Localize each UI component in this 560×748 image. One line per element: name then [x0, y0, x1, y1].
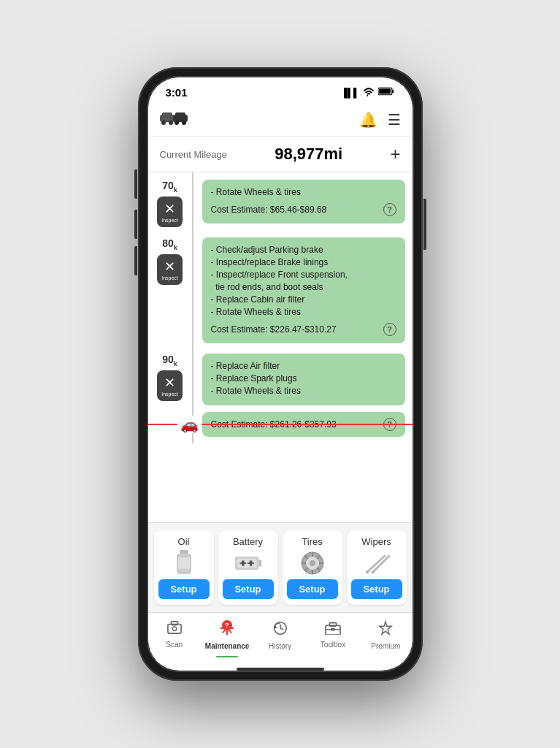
task-80k-2: - Inspect/replace Brake linings [211, 257, 396, 267]
svg-point-34 [366, 570, 369, 573]
info-button-80k[interactable]: ? [383, 323, 396, 336]
inspect-box-90k[interactable]: ✕ Inspect [157, 370, 183, 401]
info-button-70k[interactable]: ? [383, 203, 396, 216]
home-indicator [237, 668, 324, 671]
nav-item-maintenance[interactable]: ? Maintenance [201, 617, 253, 653]
inspect-label-90k: Inspect [161, 392, 178, 397]
task-90k-3: - Rotate Wheels & tires [211, 386, 396, 396]
phone-frame: 3:01 ▐▌▌ [138, 67, 423, 681]
svg-rect-46 [329, 623, 336, 627]
status-icons: ▐▌▌ [341, 87, 395, 99]
milestone-70k: 70k ✕ Inspect [148, 180, 192, 227]
history-label: History [269, 642, 291, 650]
task-90k-1: - Replace Air filter [211, 361, 396, 371]
tires-label: Tires [302, 536, 322, 547]
mileage-value: 98,977mi [275, 145, 342, 164]
inspect-label-70k: Inspect [161, 218, 178, 223]
wipers-icon [363, 550, 391, 576]
nav-item-scan[interactable]: Scan [148, 617, 201, 653]
timeline-item-80k: 80k ✕ Inspect - Check/adjust Parking bra… [148, 237, 413, 343]
quick-item-wipers: Wipers Setup [347, 530, 407, 605]
timeline-item-90k-wrapper: 90k ✕ Inspect - Replace Air filter - Rep… [148, 354, 413, 433]
milestone-label-80k: 80k [162, 237, 177, 251]
quick-items-bar: Oil Setup Battery [148, 522, 413, 612]
status-time: 3:01 [166, 86, 188, 99]
car-pair-icon [160, 109, 192, 130]
svg-rect-18 [239, 562, 246, 564]
red-line-right [202, 424, 413, 425]
svg-point-10 [182, 121, 186, 125]
svg-rect-1 [392, 90, 394, 94]
signal-icon: ▐▌▌ [341, 88, 360, 98]
nav-item-premium[interactable]: Premium [359, 617, 412, 653]
milestone-90k: 90k ✕ Inspect [148, 354, 192, 401]
wrench-icon-90k: ✕ [164, 375, 175, 391]
menu-icon[interactable]: ☰ [388, 111, 401, 129]
car-position-icon: 🚗 [177, 416, 202, 433]
cost-row-80k: Cost Estimate: $226.47-$310.27 ? [211, 323, 396, 336]
maintenance-badge: ? [222, 620, 232, 630]
task-80k-6: - Rotate Wheels & tires [211, 307, 396, 317]
scan-label: Scan [166, 641, 183, 649]
wipers-setup-button[interactable]: Setup [351, 579, 402, 599]
quick-item-battery: Battery Setup [218, 530, 278, 605]
svg-rect-20 [248, 562, 254, 564]
milestone-label-90k: 90k [162, 354, 177, 367]
inspect-box-70k[interactable]: ✕ Inspect [157, 196, 183, 227]
mileage-add-button[interactable]: + [390, 144, 400, 164]
svg-rect-48 [331, 628, 334, 631]
oil-setup-button[interactable]: Setup [158, 579, 210, 599]
history-icon [272, 620, 288, 640]
svg-point-5 [161, 121, 166, 125]
service-card-90k: - Replace Air filter - Replace Spark plu… [202, 354, 405, 405]
app-screen: 3:01 ▐▌▌ [148, 77, 413, 671]
task-80k-4: tie rod ends, and boot seals [211, 282, 396, 292]
cost-row-70k: Cost Estimate: $65.46-$89.68 ? [211, 203, 396, 216]
tires-setup-button[interactable]: Setup [287, 579, 338, 599]
timeline-item-90k: 90k ✕ Inspect - Replace Air filter - Rep… [148, 354, 413, 405]
battery-icon-quick [235, 550, 261, 576]
quick-item-tires: Tires [283, 530, 342, 605]
nav-item-history[interactable]: History [253, 617, 306, 653]
premium-icon [377, 620, 394, 640]
header-left [160, 109, 192, 130]
svg-rect-11 [180, 550, 188, 554]
task-80k-3: - Inspect/replace Front suspension, [211, 270, 396, 280]
svg-rect-37 [171, 622, 177, 625]
svg-point-35 [372, 570, 375, 573]
task-80k-5: - Replace Cabin air filter [211, 294, 396, 305]
svg-rect-4 [162, 112, 172, 117]
main-content: 70k ✕ Inspect - Rotate Wheels & tires Co… [148, 172, 413, 522]
milestone-80k: 80k ✕ Inspect [148, 237, 192, 285]
wifi-icon [363, 87, 375, 99]
bell-icon[interactable]: 🔔 [359, 111, 377, 129]
svg-rect-13 [178, 557, 190, 569]
toolbox-icon [325, 620, 341, 638]
phone-screen: 3:01 ▐▌▌ [147, 76, 414, 672]
oil-label: Oil [178, 536, 190, 547]
task-80k-1: - Check/adjust Parking brake [211, 245, 396, 255]
task-90k-2: - Replace Spark plugs [211, 373, 396, 383]
tires-icon [300, 550, 325, 576]
cost-70k: Cost Estimate: $65.46-$89.68 [211, 205, 327, 215]
battery-setup-button[interactable]: Setup [223, 579, 274, 599]
nav-item-toolbox[interactable]: Toolbox [307, 617, 359, 653]
wipers-label: Wipers [361, 536, 391, 547]
scan-icon [166, 620, 183, 638]
task-70k-1: - Rotate Wheels & tires [211, 187, 396, 197]
inspect-box-80k[interactable]: ✕ Inspect [157, 254, 183, 285]
timeline-item-70k: 70k ✕ Inspect - Rotate Wheels & tires Co… [148, 180, 413, 227]
quick-item-oil: Oil Setup [154, 530, 214, 605]
svg-rect-2 [380, 88, 391, 94]
status-bar: 3:01 ▐▌▌ [148, 77, 413, 103]
svg-point-6 [169, 121, 173, 125]
mileage-label: Current Mileage [160, 149, 228, 160]
wrench-icon-70k: ✕ [164, 201, 175, 217]
app-header: 🔔 ☰ [148, 103, 413, 137]
premium-label: Premium [371, 642, 400, 650]
svg-point-23 [310, 560, 315, 566]
maintenance-icon: ? [219, 620, 235, 640]
service-card-80k: - Check/adjust Parking brake - Inspect/r… [202, 237, 405, 343]
maintenance-label: Maintenance [205, 642, 250, 650]
timeline-container: 70k ✕ Inspect - Rotate Wheels & tires Co… [148, 172, 413, 443]
